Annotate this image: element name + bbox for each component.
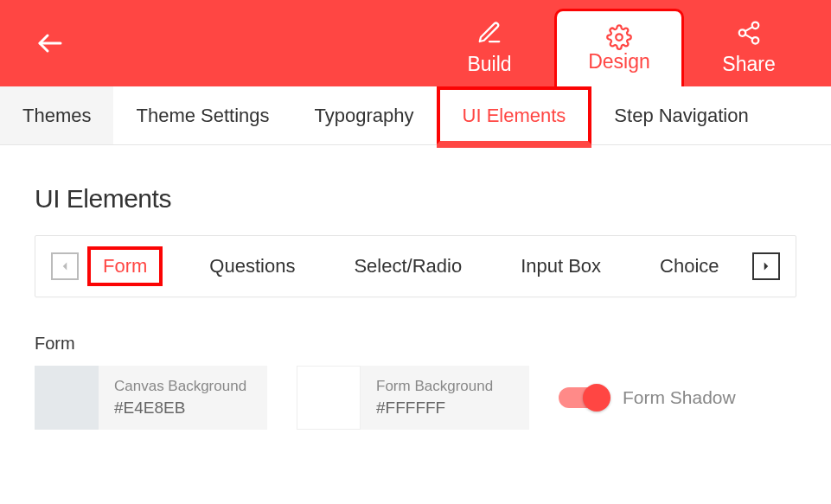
canvas-background-value: #E4E8EB (114, 399, 252, 418)
gear-icon (588, 24, 650, 50)
subnav-typography[interactable]: Typography (292, 86, 437, 144)
tab-design[interactable]: Design (554, 9, 684, 86)
subnav-themes[interactable]: Themes (0, 86, 113, 144)
scroll-left-button[interactable] (51, 252, 79, 280)
form-settings-row: Canvas Background #E4E8EB Form Backgroun… (35, 366, 796, 430)
svg-line-6 (745, 27, 753, 31)
tab-build-label: Build (467, 53, 511, 76)
form-background-picker[interactable]: Form Background #FFFFFF (297, 366, 529, 430)
canvas-background-swatch (35, 366, 99, 430)
tab-design-label: Design (588, 50, 650, 73)
tab-select-radio[interactable]: Select/Radio (342, 250, 474, 283)
tab-share-label: Share (722, 53, 775, 76)
tab-build[interactable]: Build (425, 9, 554, 86)
subnav-theme-settings[interactable]: Theme Settings (113, 86, 291, 144)
svg-line-5 (745, 34, 753, 38)
toggle-knob (583, 384, 610, 411)
tab-input-box[interactable]: Input Box (508, 250, 613, 283)
tab-questions[interactable]: Questions (197, 250, 307, 283)
svg-point-1 (616, 34, 623, 41)
form-shadow-toggle[interactable] (559, 387, 609, 408)
section-label-form: Form (35, 334, 796, 354)
back-button[interactable] (35, 28, 66, 59)
form-background-value: #FFFFFF (376, 399, 514, 418)
tab-choice[interactable]: Choice (648, 250, 731, 283)
tab-share[interactable]: Share (684, 9, 814, 86)
canvas-background-info: Canvas Background #E4E8EB (99, 366, 267, 430)
form-background-swatch (297, 366, 361, 430)
element-tab-strip: Form Questions Select/Radio Input Box Ch… (35, 235, 796, 297)
subnav-ui-elements[interactable]: UI Elements (437, 86, 592, 144)
arrow-left-icon (57, 258, 73, 274)
form-background-info: Form Background #FFFFFF (361, 366, 529, 430)
form-shadow-toggle-group: Form Shadow (559, 387, 736, 408)
app-header: Build Design Share (0, 0, 831, 86)
subnav-step-navigation[interactable]: Step Navigation (591, 86, 770, 144)
arrow-left-icon (35, 28, 66, 59)
scroll-right-button[interactable] (752, 252, 780, 280)
form-background-label: Form Background (376, 378, 514, 395)
canvas-background-picker[interactable]: Canvas Background #E4E8EB (35, 366, 267, 430)
arrow-right-icon (758, 258, 774, 274)
header-tabs: Build Design Share (425, 0, 814, 86)
content-area: UI Elements Form Questions Select/Radio … (0, 145, 831, 469)
page-title: UI Elements (35, 184, 796, 214)
design-subnav: Themes Theme Settings Typography UI Elem… (0, 86, 831, 145)
edit-icon (476, 20, 502, 46)
share-icon (736, 20, 762, 46)
element-tabs: Form Questions Select/Radio Input Box Ch… (79, 246, 752, 286)
tab-form[interactable]: Form (87, 246, 163, 286)
canvas-background-label: Canvas Background (114, 378, 252, 395)
form-shadow-label: Form Shadow (623, 387, 736, 408)
